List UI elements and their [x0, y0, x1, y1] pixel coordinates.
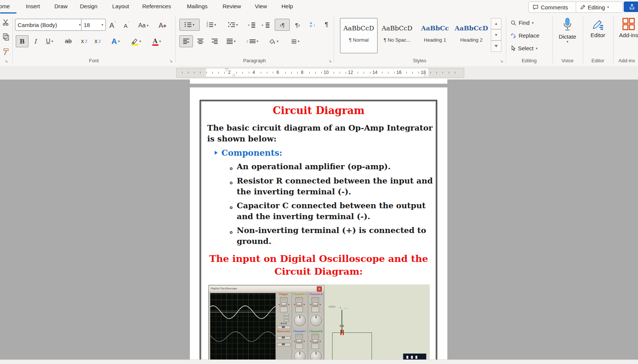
tab-help[interactable]: Help	[281, 3, 293, 9]
embedded-oscilloscope-image[interactable]: Digital Oscilloscope x Trigger Channel A…	[208, 284, 430, 359]
ruler-number: 4	[250, 70, 257, 75]
tab-draw[interactable]: Draw	[54, 3, 68, 9]
bold-button[interactable]: B	[16, 35, 29, 47]
group-separator	[583, 17, 583, 63]
doc-intro-paragraph: The basic circuit diagram of an Op-Amp I…	[207, 122, 437, 144]
circle-bullet-icon: o	[230, 161, 233, 174]
text-effects-letter: A	[111, 37, 117, 46]
styles-gallery-more-button[interactable]: ▼	[491, 41, 501, 52]
align-right-button[interactable]	[208, 35, 221, 47]
increase-indent-button[interactable]: ▸	[259, 19, 272, 31]
ruler-number: 16	[395, 70, 403, 75]
align-center-icon	[197, 39, 203, 44]
change-case-button[interactable]: Aa ▾	[134, 20, 152, 32]
decrease-indent-button[interactable]: ◂	[245, 19, 258, 31]
bullets-button[interactable]: ▾	[179, 19, 200, 31]
copy-icon[interactable]	[2, 33, 10, 41]
comments-button[interactable]: Comments	[528, 2, 578, 13]
grow-font-letter: A	[109, 21, 114, 30]
dictate-button[interactable]: Dictate ▾	[554, 17, 581, 44]
circle-bullet-icon: o	[230, 200, 233, 222]
styles-scroll-down-button[interactable]: ▼	[491, 29, 501, 41]
ltr-direction-button[interactable]: ›¶	[275, 19, 290, 31]
highlighter-icon	[131, 38, 138, 45]
font-name-value: Cambria (Body)	[18, 22, 57, 28]
clear-formatting-button[interactable]: A ◆	[155, 20, 170, 32]
share-button[interactable]	[624, 2, 638, 12]
highlight-color-button[interactable]: ▾	[127, 35, 146, 47]
cut-icon[interactable]	[2, 19, 10, 26]
superscript-button[interactable]: x 2	[91, 35, 104, 47]
editor-button[interactable]: Editor	[585, 18, 611, 38]
tab-home[interactable]: Home	[0, 3, 10, 9]
sort-button[interactable]: AZ ↓	[305, 19, 320, 31]
font-size-combobox[interactable]: 18 ▾	[81, 19, 106, 31]
styles-scroll-up-button[interactable]: ▲	[491, 18, 501, 29]
comment-icon	[533, 4, 539, 10]
underline-letter: U	[46, 38, 50, 45]
underline-button[interactable]: U ▾	[41, 35, 58, 47]
subscript-button[interactable]: x 2	[77, 35, 91, 47]
tab-design[interactable]: Design	[80, 3, 98, 9]
tab-view[interactable]: View	[255, 3, 267, 9]
horizontal-section-label: Horizontal	[275, 330, 292, 333]
style-no-spacing[interactable]: AaBbCcD ¶ No Spac...	[378, 18, 416, 53]
justify-button[interactable]: ▾	[222, 35, 240, 47]
font-dialog-launcher[interactable]: ↘	[169, 59, 173, 63]
tab-references[interactable]: References	[142, 3, 171, 9]
format-painter-icon[interactable]	[2, 48, 10, 56]
font-name-combobox[interactable]: Cambria (Body) ▾	[15, 19, 83, 31]
first-line-indent-marker[interactable]: ▽	[225, 68, 228, 71]
rtl-direction-button[interactable]: ¶‹	[290, 19, 305, 31]
channel-c-knob	[294, 350, 306, 359]
tab-insert[interactable]: Insert	[26, 3, 40, 9]
shading-button[interactable]: ▾	[263, 35, 284, 47]
borders-button[interactable]: ⊞ ▾	[285, 35, 305, 47]
tab-layout[interactable]: Layout	[112, 3, 129, 9]
pilcrow-icon: ¶	[325, 21, 328, 29]
shrink-font-button[interactable]: A ˇ	[120, 20, 133, 32]
text-effects-button[interactable]: A ▾	[107, 35, 125, 47]
hanging-indent-marker[interactable]: ⌂	[232, 73, 235, 77]
right-indent-marker[interactable]: ⌂	[424, 73, 427, 77]
channel-a-position-slider	[295, 297, 303, 312]
list-item: o Non-inverting terminal (+) is connecte…	[230, 225, 441, 247]
oscilloscope-control-panel: Trigger Channel A Channel B Horizontal C…	[275, 292, 324, 359]
multilevel-list-button[interactable]: ▾	[223, 19, 243, 31]
components-heading: Components:	[221, 148, 282, 158]
find-button[interactable]: Find ▾	[510, 20, 534, 26]
strikethrough-button[interactable]: ab	[61, 35, 76, 47]
channel-b-knob	[310, 314, 322, 326]
addins-grid-icon	[622, 17, 635, 31]
align-left-button[interactable]	[179, 35, 193, 47]
select-button[interactable]: Select ▾	[510, 45, 537, 51]
show-formatting-button[interactable]: ¶	[321, 19, 333, 31]
subscript-number: 2	[85, 39, 87, 44]
document-page[interactable]: Circuit Diagram The basic circuit diagra…	[190, 87, 447, 359]
clipboard-dialog-launcher[interactable]: ↘	[4, 59, 9, 63]
addins-button[interactable]: Add-ins	[615, 17, 638, 38]
line-spacing-icon: ↕	[246, 39, 248, 44]
style-heading-1[interactable]: AaBbCc Heading 1	[417, 18, 453, 53]
style-heading-2[interactable]: AaBbCcD Heading 2	[453, 18, 489, 53]
replace-button[interactable]: b c Replace	[510, 32, 539, 39]
tab-review[interactable]: Review	[223, 3, 241, 9]
align-center-button[interactable]	[194, 35, 207, 47]
numbering-button[interactable]: ▾	[201, 19, 221, 31]
group-separator	[12, 17, 13, 63]
find-label: Find	[519, 20, 530, 26]
style-normal[interactable]: AaBbCcD ¶ Normal	[340, 18, 378, 53]
word-window: Home Insert Draw Design Layout Reference…	[0, 0, 638, 364]
tab-mailings[interactable]: Mailings	[187, 3, 208, 9]
italic-button[interactable]: I	[30, 35, 41, 47]
line-spacing-button[interactable]: ↕ ▾	[243, 35, 261, 47]
font-color-button[interactable]: A ▾	[148, 35, 166, 47]
superscript-base: x	[95, 38, 98, 45]
paragraph-dialog-launcher[interactable]: ↘	[328, 59, 333, 63]
circuit-wire	[342, 310, 342, 333]
editing-mode-button[interactable]: Editing ▾	[576, 2, 623, 13]
grow-font-button[interactable]: A ˆ	[106, 20, 119, 32]
circuit-diagram-area: VSIN ↘ ~~ C1	[324, 285, 430, 359]
font-color-icon: A	[153, 38, 158, 45]
group-separator	[552, 17, 553, 63]
